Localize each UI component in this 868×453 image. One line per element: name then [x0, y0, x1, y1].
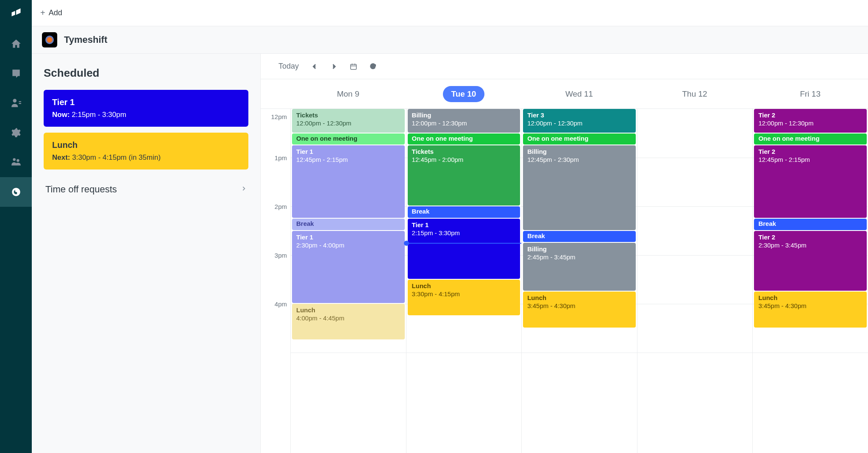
calendar-body[interactable]: 12pm1pm2pm3pm4pm Tickets12:00pm - 12:30p…: [261, 109, 868, 453]
calendar-event[interactable]: Billing12:00pm - 12:30pm: [408, 109, 520, 133]
scheduled-title: Scheduled: [44, 67, 248, 80]
topbar: + Add: [32, 0, 868, 26]
day-column[interactable]: Billing12:00pm - 12:30pmOne on one meeti…: [406, 109, 522, 453]
day-column[interactable]: [637, 109, 753, 453]
prev-button[interactable]: [311, 63, 318, 70]
calendar-event[interactable]: Billing2:45pm - 3:45pm: [523, 243, 636, 291]
calendar-event[interactable]: Tier 12:15pm - 3:30pm: [408, 219, 520, 279]
calendar-event[interactable]: Tickets12:00pm - 12:30pm: [292, 109, 405, 133]
day-column[interactable]: Tier 212:00pm - 12:30pmOne on one meetin…: [752, 109, 868, 453]
calendar: Today Mon 9Tue 10Wed 11Thu 12Fri 13 12pm…: [261, 54, 868, 453]
calendar-event[interactable]: Tickets12:45pm - 2:00pm: [408, 145, 520, 206]
sidebar-nav: [0, 0, 32, 453]
calendar-event[interactable]: Break: [523, 231, 636, 242]
app-title: Tymeshift: [64, 34, 107, 45]
refresh-button[interactable]: [369, 63, 377, 70]
time-label: 12pm: [271, 113, 287, 120]
plus-icon: +: [40, 8, 45, 18]
app-logo[interactable]: [8, 3, 25, 20]
calendar-event[interactable]: One on one meeting: [754, 133, 867, 145]
calendar-event[interactable]: Tier 112:45pm - 2:15pm: [292, 145, 405, 218]
day-header[interactable]: Tue 10: [406, 79, 522, 108]
calendar-event[interactable]: Lunch3:30pm - 4:15pm: [408, 280, 520, 315]
time-label: 3pm: [275, 252, 287, 259]
nav-settings[interactable]: [0, 118, 32, 147]
card-title: Tier 1: [52, 97, 240, 107]
day-header[interactable]: Wed 11: [521, 79, 637, 108]
next-schedule-card[interactable]: Lunch Next: 3:30pm - 4:15pm (in 35min): [44, 133, 248, 170]
calendar-event[interactable]: Lunch3:45pm - 4:30pm: [523, 292, 636, 327]
calendar-event[interactable]: One on one meeting: [292, 133, 405, 145]
calendar-icon[interactable]: [350, 63, 357, 70]
day-column[interactable]: Tier 312:00pm - 12:30pmOne on one meetin…: [521, 109, 637, 453]
calendar-event[interactable]: Lunch4:00pm - 4:45pm: [292, 304, 405, 339]
nav-views[interactable]: [0, 58, 32, 88]
calendar-header: Mon 9Tue 10Wed 11Thu 12Fri 13: [261, 79, 868, 109]
time-gutter: 12pm1pm2pm3pm4pm: [261, 109, 290, 453]
day-header[interactable]: Thu 12: [637, 79, 753, 108]
calendar-event[interactable]: Tier 312:00pm - 12:30pm: [523, 109, 636, 133]
nav-home[interactable]: [0, 29, 32, 58]
time-off-label: Time off requests: [45, 184, 117, 195]
time-label: 4pm: [275, 300, 287, 308]
day-column[interactable]: Tickets12:00pm - 12:30pmOne on one meeti…: [290, 109, 406, 453]
time-label: 2pm: [275, 203, 287, 210]
calendar-event[interactable]: Lunch3:45pm - 4:30pm: [754, 292, 867, 327]
calendar-event[interactable]: One on one meeting: [408, 133, 520, 145]
card-title: Lunch: [52, 140, 240, 150]
calendar-event[interactable]: Break: [754, 219, 867, 230]
nav-customers[interactable]: [0, 88, 32, 118]
today-button[interactable]: Today: [278, 62, 299, 71]
day-header[interactable]: Fri 13: [752, 79, 868, 108]
nav-tymeshift[interactable]: [0, 177, 32, 207]
calendar-event[interactable]: Break: [292, 219, 405, 230]
calendar-event[interactable]: Billing12:45pm - 2:30pm: [523, 145, 636, 230]
calendar-event[interactable]: Tier 212:00pm - 12:30pm: [754, 109, 867, 133]
left-panel: Scheduled Tier 1 Now: 2:15pm - 3:30pm Lu…: [32, 54, 261, 453]
chevron-right-icon: [241, 186, 247, 193]
calendar-toolbar: Today: [261, 54, 868, 79]
next-button[interactable]: [330, 63, 338, 70]
calendar-event[interactable]: Break: [408, 206, 520, 218]
header-bar: Tymeshift: [32, 26, 868, 54]
calendar-event[interactable]: Tier 12:30pm - 4:00pm: [292, 231, 405, 303]
time-off-requests[interactable]: Time off requests: [44, 175, 248, 203]
day-header[interactable]: Mon 9: [290, 79, 406, 108]
time-label: 1pm: [275, 154, 287, 161]
calendar-event[interactable]: Tier 22:30pm - 3:45pm: [754, 231, 867, 291]
tymeshift-icon: [42, 32, 57, 47]
add-button[interactable]: + Add: [40, 8, 62, 18]
nav-team[interactable]: [0, 147, 32, 177]
svg-rect-0: [351, 64, 356, 69]
now-indicator: [406, 243, 522, 244]
add-label: Add: [49, 8, 62, 17]
current-schedule-card[interactable]: Tier 1 Now: 2:15pm - 3:30pm: [44, 90, 248, 127]
calendar-event[interactable]: One on one meeting: [523, 133, 636, 145]
calendar-event[interactable]: Tier 212:45pm - 2:15pm: [754, 145, 867, 218]
